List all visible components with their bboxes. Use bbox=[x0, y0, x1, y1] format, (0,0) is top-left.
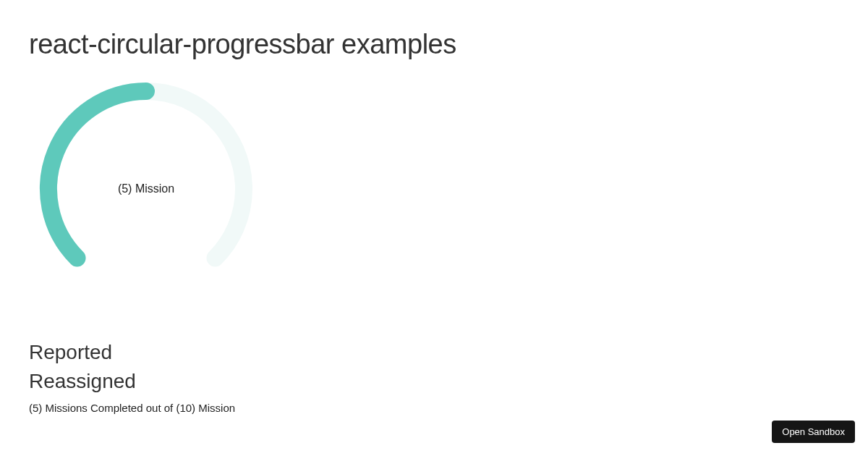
summary-text: (5) Missions Completed out of (10) Missi… bbox=[29, 402, 868, 414]
page-title: react-circular-progressbar examples bbox=[29, 29, 868, 60]
subheading-reported: Reported bbox=[29, 341, 868, 364]
subheadings: Reported Reassigned bbox=[29, 341, 868, 393]
gauge-path bbox=[48, 91, 146, 258]
open-sandbox-button[interactable]: Open Sandbox bbox=[772, 421, 855, 443]
gauge-center-label: (5) Mission bbox=[118, 182, 174, 195]
subheading-reassigned: Reassigned bbox=[29, 370, 868, 393]
circular-progressbar: (5) Mission bbox=[38, 80, 255, 297]
